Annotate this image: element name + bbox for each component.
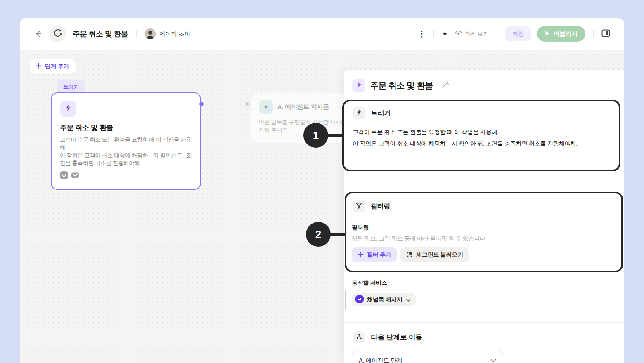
connection-line bbox=[205, 104, 246, 104]
pie-chart-icon bbox=[406, 251, 413, 259]
author-name: 제이미 초이 bbox=[159, 30, 190, 38]
lightning-icon bbox=[356, 109, 362, 117]
connection-arrowhead bbox=[246, 102, 249, 106]
header-divider bbox=[136, 30, 137, 38]
author-info: 제이미 초이 bbox=[145, 28, 190, 39]
app-header: 주문 취소 및 환불 제이미 초이 ⋮ ✦ bbox=[20, 18, 624, 50]
agent-node-title: A. 에이전트 지시문 bbox=[277, 103, 329, 111]
branch-icon bbox=[356, 333, 362, 342]
play-icon bbox=[545, 31, 550, 38]
agent-sparkle-icon: ✦ bbox=[259, 100, 273, 114]
add-step-button[interactable]: 단계 추가 bbox=[30, 59, 76, 74]
publish-button[interactable]: 퍼블리시 bbox=[537, 26, 585, 42]
sparkle-icon: ✦ bbox=[442, 29, 448, 39]
detail-panel: 주문 취소 및 환불 트리거 고객이 주문 취소 또는 환불을 요청할 때 이 … bbox=[344, 70, 624, 363]
workflow-cycle-icon bbox=[53, 28, 63, 40]
back-button[interactable] bbox=[34, 29, 43, 38]
trigger-icon-chip bbox=[353, 107, 365, 119]
workflow-title: 주문 취소 및 환불 bbox=[73, 29, 128, 39]
eye-icon bbox=[455, 31, 462, 38]
add-filter-button[interactable]: 필터 추가 bbox=[352, 248, 397, 262]
chevron-down-icon bbox=[490, 357, 496, 363]
trigger-node-icon-chip bbox=[60, 101, 76, 117]
trigger-section-heading: 트리거 bbox=[371, 109, 391, 118]
load-segment-button[interactable]: 세그먼트 불러오기 bbox=[400, 248, 469, 262]
filter-description: 상담 정보, 고객 정보 등에 따라 필터링 할 수 있습니다. bbox=[352, 235, 487, 243]
add-filter-label: 필터 추가 bbox=[367, 251, 391, 259]
next-step-select[interactable]: A. 에이전트 단계 bbox=[352, 351, 503, 363]
next-step-icon-chip bbox=[353, 331, 365, 343]
header-divider bbox=[433, 30, 434, 38]
header-right-group: ⋮ ✦ 미리보기 저장 퍼블리시 bbox=[418, 26, 610, 42]
funnel-icon bbox=[355, 202, 362, 211]
page-background: 주문 취소 및 환불 제이미 초이 ⋮ ✦ bbox=[0, 0, 644, 363]
ai-assist-button[interactable]: ✦ bbox=[442, 29, 448, 39]
edit-wand-icon[interactable] bbox=[440, 80, 450, 91]
panel-scrollbar[interactable] bbox=[345, 290, 346, 310]
add-step-label: 단계 추가 bbox=[45, 63, 69, 70]
trigger-node-description: 고객이 주문 취소 또는 환불을 요청할 때 이 작업을 사용해. 이 작업은 … bbox=[60, 136, 192, 167]
plus-icon bbox=[36, 63, 42, 70]
next-step-selected-value: A. 에이전트 단계 bbox=[359, 357, 402, 363]
filter-icon-chip bbox=[353, 200, 365, 212]
next-step-heading: 다음 단계로 이동 bbox=[371, 332, 422, 342]
connection-handle[interactable] bbox=[199, 102, 204, 106]
preview-label: 미리보기 bbox=[465, 30, 489, 38]
trigger-node-channels bbox=[60, 171, 192, 181]
header-divider bbox=[593, 30, 594, 38]
next-step-header: 다음 단계로 이동 bbox=[353, 331, 422, 343]
annotation-step-2: 2 bbox=[306, 222, 331, 247]
trigger-section-description[interactable]: 고객이 주문 취소 또는 환불을 요청할 때 이 작업을 사용해. 이 작업은 … bbox=[353, 126, 621, 149]
preview-button[interactable]: 미리보기 bbox=[455, 30, 489, 38]
trigger-node-card[interactable]: 주문 취소 및 환불 고객이 주문 취소 또는 환불을 요청할 때 이 작업을 … bbox=[51, 92, 201, 190]
annotation-step-1: 1 bbox=[303, 123, 328, 148]
filter-section-header: 필터링 bbox=[353, 200, 390, 212]
app-window: 주문 취소 및 환불 제이미 초이 ⋮ ✦ bbox=[20, 18, 624, 363]
avatar bbox=[145, 28, 156, 39]
plus-icon bbox=[358, 252, 364, 259]
channeltalk-icon bbox=[355, 295, 364, 304]
filter-label: 필터링 bbox=[352, 224, 369, 231]
filter-section-heading: 필터링 bbox=[371, 202, 390, 211]
service-selected-value: 채널톡 메시지 bbox=[367, 296, 402, 304]
workflow-logo bbox=[50, 26, 66, 42]
channeltalk-icon bbox=[60, 171, 68, 181]
lightning-icon bbox=[355, 81, 362, 90]
header-left-group: 주문 취소 및 환불 제이미 초이 bbox=[34, 26, 190, 42]
chevron-down-icon bbox=[406, 297, 411, 303]
trigger-section-header: 트리거 bbox=[353, 107, 391, 119]
kebab-menu-icon: ⋮ bbox=[418, 30, 426, 38]
lightning-icon bbox=[64, 104, 72, 114]
back-arrow-icon bbox=[34, 29, 43, 38]
more-options-button[interactable]: ⋮ bbox=[418, 30, 426, 38]
toggle-panel-button[interactable] bbox=[601, 29, 610, 38]
filter-buttons: 필터 추가 세그먼트 불러오기 bbox=[352, 248, 469, 262]
load-segment-label: 세그먼트 불러오기 bbox=[416, 251, 463, 259]
panel-title: 주문 취소 및 환불 bbox=[370, 80, 433, 91]
panel-icon-chip bbox=[352, 79, 365, 92]
panel-header: 주문 취소 및 환불 bbox=[352, 79, 450, 92]
trigger-node-title: 주문 취소 및 환불 bbox=[60, 123, 192, 132]
side-panel-icon bbox=[601, 29, 610, 38]
service-select-chip[interactable]: 채널톡 메시지 bbox=[352, 293, 416, 306]
mail-icon bbox=[71, 171, 79, 181]
panel-divider bbox=[344, 322, 624, 323]
header-divider bbox=[497, 30, 497, 38]
publish-label: 퍼블리시 bbox=[553, 30, 578, 38]
save-button[interactable]: 저장 bbox=[505, 26, 531, 41]
service-label: 동작할 서비스 bbox=[352, 279, 387, 287]
